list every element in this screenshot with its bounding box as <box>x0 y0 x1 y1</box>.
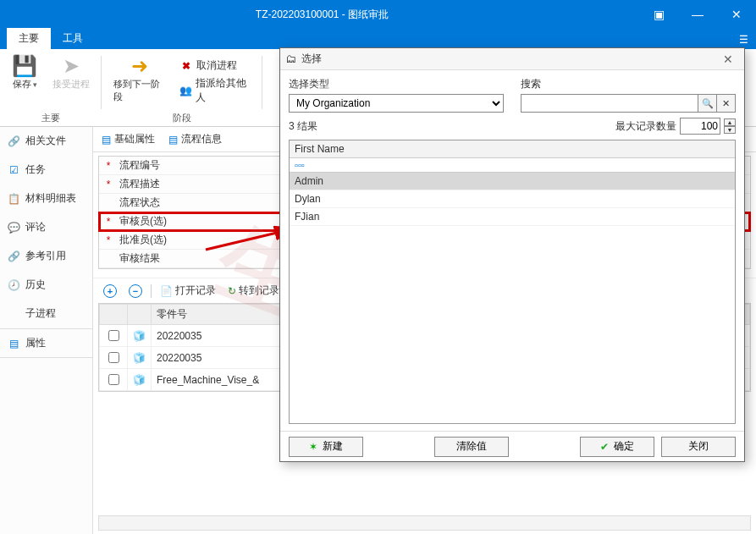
clear-search-button[interactable]: ✕ <box>717 94 736 113</box>
clock-icon: 🕗 <box>7 279 20 291</box>
inner-tab-label: 流程信息 <box>181 132 222 146</box>
ribbon-collapse-icon[interactable]: ☰ <box>731 30 756 49</box>
grid-header-checkbox[interactable] <box>100 305 128 325</box>
sidebar-item-comments[interactable]: 💬评论 <box>0 213 92 242</box>
result-item-dylan[interactable]: Dylan <box>290 190 735 208</box>
clear-button-label: 清除值 <box>456 439 487 454</box>
new-icon: ✶ <box>309 441 317 453</box>
search-label: 搜索 <box>521 77 736 91</box>
results-header-firstname[interactable]: First Name <box>290 140 735 158</box>
sidebar-item-history[interactable]: 🕗历史 <box>0 271 92 300</box>
props-icon: ▤ <box>7 338 20 350</box>
check-icon: ☑ <box>7 164 20 176</box>
sidebar-item-label: 相关文件 <box>25 134 66 148</box>
ribbon-tab-main[interactable]: 主要 <box>7 28 51 49</box>
list-icon: 📋 <box>7 193 20 205</box>
inner-tab-basic[interactable]: ▤基础属性 <box>102 132 155 146</box>
sidebar-item-bom[interactable]: 📋材料明细表 <box>0 184 92 213</box>
file-icon: 🧊 <box>128 369 152 391</box>
results-count: 3 结果 <box>289 119 317 134</box>
file-icon: 🧊 <box>128 347 152 369</box>
result-item-fjian[interactable]: FJian <box>290 208 735 226</box>
window-close-icon[interactable]: ✕ <box>717 0 756 29</box>
clear-value-button[interactable]: 清除值 <box>434 437 509 457</box>
ribbon-group-stage-label: 阶段 <box>102 112 262 124</box>
inner-tab-label: 基础属性 <box>114 132 155 146</box>
type-select[interactable]: My Organization <box>289 94 504 113</box>
link-icon: 🔗 <box>7 135 20 147</box>
new-button-label: 新建 <box>323 439 343 454</box>
ribbon-tab-tools[interactable]: 工具 <box>51 28 95 49</box>
open-record-button[interactable]: 📄打开记录 <box>157 282 219 300</box>
dialog-close-button[interactable]: ✕ <box>717 52 739 66</box>
sidebar-item-related-files[interactable]: 🔗相关文件 <box>0 127 92 156</box>
sidebar-item-label: 评论 <box>25 220 46 234</box>
next-stage-label: 移到下一阶段 <box>113 78 166 103</box>
sidebar-item-label: 参考引用 <box>25 249 66 263</box>
remove-row-button[interactable]: − <box>125 283 146 300</box>
type-label: 选择类型 <box>289 77 504 91</box>
check-icon: ✔ <box>600 441 609 453</box>
window-minimize-icon[interactable]: — <box>678 0 717 29</box>
goto-icon: ↻ <box>228 285 236 297</box>
accept-process-button[interactable]: ➤ 接受进程 <box>47 54 95 92</box>
ok-button[interactable]: ✔确定 <box>580 437 654 457</box>
row-checkbox[interactable] <box>108 352 119 363</box>
grid-header-icon <box>128 305 152 325</box>
close-button[interactable]: 关闭 <box>661 437 736 457</box>
results-filter-row[interactable]: ▫▫▫ <box>290 158 735 173</box>
save-label: 保存 <box>13 78 37 91</box>
dialog-icon: 🗂 <box>285 52 296 65</box>
row-checkbox[interactable] <box>108 330 119 341</box>
tab-icon: ▤ <box>168 134 178 146</box>
window-title: TZ-202203100001 - 图纸审批 <box>5 8 639 22</box>
close-button-label: 关闭 <box>688 439 709 454</box>
max-records-label: 最大记录数量 <box>615 119 676 134</box>
sidebar-item-label: 属性 <box>25 336 46 350</box>
spin-down[interactable]: ▼ <box>724 126 736 134</box>
max-records-input[interactable] <box>680 118 720 135</box>
assign-others-button[interactable]: 👥 指派给其他人 <box>176 75 256 106</box>
sidebar-item-subprocess[interactable]: 子进程 <box>0 300 92 328</box>
accept-icon: ➤ <box>63 56 80 76</box>
select-dialog: 🗂 选择 ✕ 选择类型 My Organization 搜索 🔍 ✕ <box>279 47 745 462</box>
add-row-button[interactable]: + <box>100 283 120 300</box>
cancel-process-button[interactable]: ✖ 取消进程 <box>176 58 256 74</box>
left-sidebar: 🔗相关文件 ☑任务 📋材料明细表 💬评论 🔗参考引用 🕗历史 子进程 ▤属性 <box>0 127 93 534</box>
ribbon-group-main-label: 主要 <box>0 112 102 124</box>
dialog-title: 选择 <box>301 52 322 66</box>
inner-tab-flowinfo[interactable]: ▤流程信息 <box>168 132 222 146</box>
arrow-right-icon: ➜ <box>131 56 148 76</box>
horizontal-scrollbar[interactable] <box>98 515 751 531</box>
search-button[interactable]: 🔍 <box>698 94 717 113</box>
goto-record-button[interactable]: ↻转到记录 <box>224 282 283 300</box>
new-button[interactable]: ✶新建 <box>289 437 363 457</box>
minus-icon: − <box>129 284 142 298</box>
cancel-icon: ✖ <box>179 60 193 72</box>
assign-icon: 👥 <box>179 85 192 96</box>
sidebar-item-label: 子进程 <box>25 306 56 321</box>
save-button[interactable]: 💾 保存 <box>7 54 42 92</box>
result-item-admin[interactable]: Admin <box>290 173 735 190</box>
comment-icon: 💬 <box>7 222 20 234</box>
next-stage-button[interactable]: ➜ 移到下一阶段 <box>108 54 171 106</box>
results-list: First Name ▫▫▫ Admin Dylan FJian <box>289 140 736 424</box>
sidebar-item-label: 历史 <box>25 278 46 292</box>
sidebar-item-references[interactable]: 🔗参考引用 <box>0 242 92 271</box>
search-input[interactable] <box>521 94 698 113</box>
goto-record-label: 转到记录 <box>239 284 279 298</box>
ok-button-label: 确定 <box>614 439 634 454</box>
plus-icon: + <box>103 284 117 298</box>
ref-icon: 🔗 <box>7 250 20 262</box>
sidebar-item-properties[interactable]: ▤属性 <box>0 328 92 358</box>
sidebar-item-tasks[interactable]: ☑任务 <box>0 156 92 184</box>
save-icon: 💾 <box>12 56 37 76</box>
accept-label: 接受进程 <box>52 78 90 91</box>
row-checkbox[interactable] <box>108 374 119 385</box>
open-record-label: 打开记录 <box>175 284 216 298</box>
tab-icon: ▤ <box>102 134 111 146</box>
assign-others-label: 指派给其他人 <box>196 76 252 105</box>
window-restore-icon[interactable]: ▣ <box>639 0 678 29</box>
cancel-process-label: 取消进程 <box>196 58 237 73</box>
spin-up[interactable]: ▲ <box>724 118 736 126</box>
